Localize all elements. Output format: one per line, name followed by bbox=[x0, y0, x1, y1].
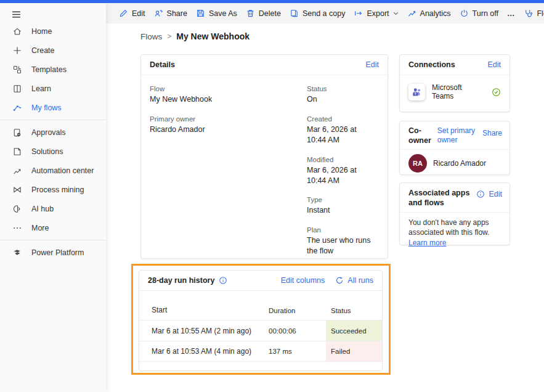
field-label: Flow bbox=[150, 85, 307, 92]
power-icon bbox=[460, 9, 469, 18]
sidebar-item-label: Power Platform bbox=[31, 248, 84, 257]
associated-apps-card-title: Associated apps and flows bbox=[408, 188, 476, 208]
type-field: Type Instant bbox=[307, 196, 378, 216]
sidebar: Home Create Templates Learn My flows App… bbox=[0, 3, 106, 392]
details-card: Details Edit Flow My New Webhook Primary… bbox=[140, 54, 388, 259]
delete-button[interactable]: Delete bbox=[242, 6, 285, 20]
all-runs-action[interactable]: All runs bbox=[335, 276, 373, 285]
process-mining-icon bbox=[12, 184, 22, 195]
book-icon bbox=[12, 83, 22, 94]
status-badge: Succeeded bbox=[326, 321, 382, 341]
breadcrumb-separator: > bbox=[167, 32, 171, 41]
connections-edit-link[interactable]: Edit bbox=[487, 60, 501, 69]
more-commands-button[interactable]: … bbox=[503, 7, 520, 20]
sidebar-item-approvals[interactable]: Approvals bbox=[0, 123, 106, 142]
co-owner-share-link[interactable]: Share bbox=[482, 129, 502, 137]
column-header-start[interactable]: Start bbox=[139, 306, 269, 320]
turn-off-button[interactable]: Turn off bbox=[455, 6, 503, 20]
run-history-card-title: 28-day run history bbox=[148, 276, 214, 285]
set-primary-owner-link[interactable]: Set primary owner bbox=[437, 126, 477, 145]
send-a-copy-button[interactable]: Send a copy bbox=[285, 6, 350, 20]
all-runs-link[interactable]: All runs bbox=[347, 276, 373, 285]
sidebar-item-home[interactable]: Home bbox=[0, 22, 106, 41]
field-label: Plan bbox=[307, 226, 378, 234]
flow-checker-button[interactable]: Flow checker bbox=[519, 6, 544, 20]
sidebar-item-learn[interactable]: Learn bbox=[0, 79, 106, 98]
export-button[interactable]: Export bbox=[349, 6, 402, 20]
run-history-card: 28-day run history Edit columns All runs… bbox=[139, 270, 383, 371]
clipboard-check-icon bbox=[12, 127, 22, 137]
sidebar-item-label: Learn bbox=[31, 84, 51, 93]
sidebar-item-label: Approvals bbox=[31, 128, 66, 137]
field-label: Modified bbox=[307, 156, 378, 163]
microsoft-teams-icon bbox=[408, 84, 425, 100]
plus-icon bbox=[12, 45, 22, 55]
button-label: Edit bbox=[132, 9, 145, 18]
connections-card-title: Connections bbox=[408, 60, 455, 69]
field-label: Created bbox=[307, 115, 378, 123]
field-value: On bbox=[307, 94, 378, 105]
button-label: Analytics bbox=[420, 9, 451, 18]
sidebar-item-automation-center[interactable]: Automation center bbox=[0, 161, 106, 180]
run-duration-cell: 00:00:06 bbox=[269, 321, 326, 341]
modified-field: Modified Mar 6, 2026 at 10:44 AM bbox=[307, 156, 378, 186]
connection-item[interactable]: Microsoft Teams bbox=[400, 75, 509, 108]
sidebar-item-ai-hub[interactable]: AI hub bbox=[0, 199, 106, 218]
analytics-button[interactable]: Analytics bbox=[403, 6, 455, 20]
associated-edit-link[interactable]: Edit bbox=[489, 190, 502, 198]
sidebar-item-power-platform[interactable]: Power Platform bbox=[0, 243, 106, 262]
connections-card: Connections Edit Microsoft Teams bbox=[399, 54, 510, 112]
save-icon bbox=[196, 9, 205, 18]
button-label: Export bbox=[367, 9, 389, 18]
field-value: Ricardo Amador bbox=[150, 125, 307, 135]
flow-icon bbox=[12, 102, 22, 113]
flow-field: Flow My New Webhook bbox=[150, 85, 307, 105]
sidebar-item-label: More bbox=[31, 224, 49, 232]
field-value: The user who runs the flow bbox=[307, 235, 378, 256]
page-title: My New Webhook bbox=[176, 31, 250, 41]
sidebar-item-more[interactable]: More bbox=[0, 218, 106, 237]
sidebar-item-label: Solutions bbox=[31, 147, 63, 156]
field-label: Type bbox=[307, 196, 378, 203]
sidebar-item-templates[interactable]: Templates bbox=[0, 60, 106, 79]
power-platform-icon bbox=[12, 247, 22, 258]
main-area: Edit Share Save As Delete Send a copy Ex… bbox=[106, 3, 544, 392]
info-icon[interactable] bbox=[476, 190, 485, 198]
avatar: RA bbox=[408, 154, 427, 173]
primary-owner-field: Primary owner Ricardo Amador bbox=[150, 115, 307, 135]
sidebar-item-solutions[interactable]: Solutions bbox=[0, 142, 106, 161]
sidebar-item-label: Automation center bbox=[31, 166, 94, 175]
trend-chart-icon bbox=[12, 165, 22, 176]
status-field: Status On bbox=[307, 85, 378, 105]
sidebar-divider bbox=[0, 120, 106, 120]
sidebar-item-my-flows[interactable]: My flows bbox=[0, 98, 106, 117]
column-header-duration[interactable]: Duration bbox=[269, 307, 326, 320]
owner-row[interactable]: RA Ricardo Amador bbox=[400, 150, 509, 177]
refresh-icon bbox=[335, 276, 344, 285]
analytics-icon bbox=[407, 9, 416, 18]
sidebar-item-label: Home bbox=[31, 27, 52, 36]
breadcrumb-flows-link[interactable]: Flows bbox=[140, 32, 162, 41]
ellipsis-icon: … bbox=[507, 9, 516, 18]
info-icon[interactable] bbox=[219, 276, 227, 285]
column-header-status[interactable]: Status bbox=[326, 307, 382, 320]
run-start-cell: Mar 6 at 10:55 AM (2 min ago) bbox=[139, 321, 269, 341]
sidebar-item-create[interactable]: Create bbox=[0, 41, 106, 60]
run-duration-cell: 137 ms bbox=[269, 341, 326, 361]
sidebar-item-label: AI hub bbox=[31, 205, 54, 213]
learn-more-link[interactable]: Learn more bbox=[408, 239, 446, 247]
button-label: Turn off bbox=[473, 9, 498, 18]
chevron-down-icon bbox=[393, 9, 399, 18]
sidebar-item-label: Create bbox=[31, 46, 55, 55]
edit-columns-link[interactable]: Edit columns bbox=[281, 276, 325, 285]
hamburger-menu-icon[interactable] bbox=[11, 9, 23, 20]
sidebar-item-process-mining[interactable]: Process mining bbox=[0, 180, 106, 199]
table-row[interactable]: Mar 6 at 10:55 AM (2 min ago) 00:00:06 S… bbox=[139, 320, 382, 341]
share-button[interactable]: Share bbox=[150, 6, 192, 20]
details-edit-link[interactable]: Edit bbox=[365, 60, 379, 69]
save-as-button[interactable]: Save As bbox=[192, 6, 242, 20]
table-row[interactable]: Mar 6 at 10:53 AM (4 min ago) 137 ms Fai… bbox=[139, 341, 382, 362]
edit-button[interactable]: Edit bbox=[115, 6, 150, 20]
sidebar-item-label: Templates bbox=[31, 65, 67, 74]
created-field: Created Mar 6, 2026 at 10:44 AM bbox=[307, 115, 378, 145]
